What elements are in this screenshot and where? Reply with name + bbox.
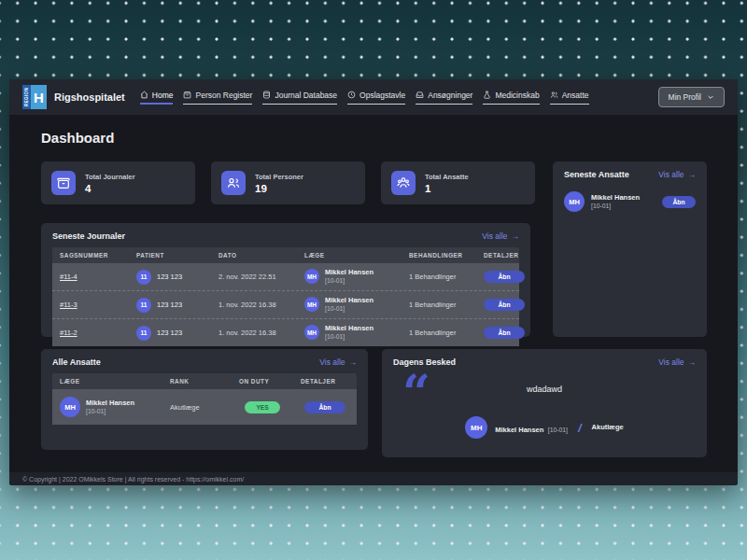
stat-label: Total Ansatte [425, 173, 469, 181]
doctor-rank: Akutlæge [170, 403, 239, 412]
desktop-background: { "header": { "logo_region": "REGION", "… [0, 0, 747, 560]
nav-item-ansatte[interactable]: Ansatte [550, 91, 589, 105]
patient-avatar: 11 [136, 326, 151, 341]
open-button[interactable]: Åbn [662, 196, 696, 208]
message-text: wdadawd [382, 385, 707, 394]
stat-value: 4 [85, 183, 135, 194]
col-detaljer: Detaljer [301, 378, 349, 385]
employee-name: Mikkel Hansen [591, 193, 640, 203]
quote-icon: “ [402, 373, 430, 413]
logo-region-text: REGION [22, 85, 31, 109]
case-number-link[interactable]: #11-2 [60, 329, 136, 337]
inbox-icon [416, 91, 424, 99]
panel-title: Alle Ansatte [52, 357, 101, 367]
col-behandlinger: Behandlinger [409, 252, 484, 259]
doctor-name: Mikkel Hansen [325, 268, 374, 277]
nav-item-home[interactable]: Home [140, 91, 174, 105]
region-h-logo: REGION H [22, 85, 47, 109]
arrow-right-icon: → [688, 170, 697, 179]
open-button[interactable]: Åbn [484, 327, 525, 339]
case-number-link[interactable]: #11-4 [60, 273, 136, 281]
view-all-link[interactable]: Vis alle → [658, 357, 696, 367]
col-on-duty: On Duty [239, 378, 301, 385]
panel-title: Seneste Ansatte [564, 170, 629, 179]
nav-label: Ansatte [562, 91, 589, 100]
page-title: Dashboard [41, 130, 114, 146]
treatments-count: 1 Behandlinger [409, 329, 484, 337]
col-laege: Læge [60, 378, 170, 385]
patient-number: 123 123 [157, 301, 182, 309]
open-button[interactable]: Åbn [484, 271, 525, 283]
doctor-code: [10-01] [325, 277, 374, 286]
nav-label: Ansøgninger [428, 91, 472, 100]
author-name: Mikkel Hansen [495, 426, 543, 434]
table-header-row: Læge Rank On Duty Detaljer [52, 373, 357, 389]
on-duty-badge: YES [245, 401, 280, 413]
nav-label: Opslagstavle [359, 91, 405, 100]
stats-row: Total Journaler 4 Total Personer 19 To [41, 161, 535, 204]
treatments-count: 1 Behandlinger [409, 301, 484, 309]
stat-card-personer: Total Personer 19 [211, 161, 365, 204]
stat-value: 1 [425, 183, 469, 194]
nav-label: Person Register [195, 91, 252, 100]
avatar: MH [564, 191, 585, 212]
profile-menu-button[interactable]: Min Profil [658, 87, 725, 107]
nav-item-person-register[interactable]: Person Register [183, 91, 252, 105]
nav-label: Journal Database [275, 91, 337, 100]
doctor-avatar: MH [304, 325, 319, 340]
journal-box-icon [56, 175, 71, 190]
panel-seneste-journaler: Seneste Journaler Vis alle → Sagsnummer … [41, 223, 530, 337]
panel-dagens-besked: Dagens Besked Vis alle → “ wdadawd MH Mi… [382, 349, 707, 457]
view-all-link[interactable]: Vis alle → [319, 357, 357, 367]
stat-label: Total Journaler [85, 173, 135, 181]
nav-label: Home [152, 91, 174, 100]
main-content: Dashboard Total Journaler 4 Total Person… [9, 115, 738, 472]
copyright-text: © Copyright | 2022 OMikkels Store | All … [22, 476, 244, 483]
nav-item-journal-database[interactable]: Journal Database [262, 91, 337, 105]
archive-box-icon [183, 91, 191, 99]
brand-name: Rigshospitalet [54, 91, 125, 103]
doctor-code: [10-01] [86, 408, 134, 416]
table-row: MH Mikkel Hansen [10-01] Akutlæge YES Åb… [52, 389, 357, 425]
logo-h-letter: H [31, 85, 47, 109]
patient-avatar: 11 [136, 270, 151, 285]
app-window: REGION H Rigshospitalet Home Person Regi… [9, 79, 738, 485]
col-rank: Rank [170, 378, 239, 385]
view-all-link[interactable]: Vis alle → [658, 170, 696, 179]
message-author: MH Mikkel Hansen [10-01] / Akutlæge [382, 416, 707, 439]
col-dato: Dato [218, 252, 304, 259]
users-icon [550, 91, 558, 99]
author-avatar: MH [465, 416, 487, 439]
col-detaljer: Detaljer [484, 252, 518, 259]
ansatte-list-item: MH Mikkel Hansen [10-01] Åbn [553, 186, 707, 217]
home-icon [140, 91, 148, 99]
arrow-right-icon: → [688, 357, 697, 367]
case-number-link[interactable]: #11-3 [60, 301, 136, 309]
flask-icon [483, 91, 491, 99]
journal-date: 2. nov. 2022 22.51 [218, 273, 304, 281]
employees-table: Læge Rank On Duty Detaljer MH Mikkel Han… [52, 373, 357, 425]
open-button[interactable]: Åbn [304, 401, 345, 413]
patient-number: 123 123 [157, 329, 182, 337]
open-button[interactable]: Åbn [484, 299, 525, 311]
arrow-right-icon: → [349, 357, 358, 367]
col-sagsnummer: Sagsnummer [60, 252, 136, 259]
col-laege: Læge [304, 252, 409, 259]
panel-title: Seneste Journaler [52, 231, 125, 241]
view-all-link[interactable]: Vis alle → [482, 231, 519, 241]
table-row: #11-3 11 123 123 1. nov. 2022 16.38 MH M… [52, 290, 519, 318]
slash-separator: / [578, 421, 582, 435]
employee-code: [10-01] [591, 203, 640, 211]
nav-item-opslagstavle[interactable]: Opslagstavle [347, 91, 405, 105]
doctor-name: Mikkel Hansen [86, 399, 134, 408]
nav-item-medicinskab[interactable]: Medicinskab [483, 91, 539, 105]
nav-item-ansogninger[interactable]: Ansøgninger [416, 91, 472, 105]
panel-alle-ansatte: Alle Ansatte Vis alle → Læge Rank On Dut… [41, 349, 368, 450]
doctor-code: [10-01] [325, 333, 374, 342]
stat-label: Total Personer [255, 173, 303, 181]
app-header: REGION H Rigshospitalet Home Person Regi… [9, 79, 738, 115]
table-row: #11-4 11 123 123 2. nov. 2022 22.51 MH M… [52, 263, 519, 290]
chevron-down-icon [707, 93, 714, 101]
arrow-right-icon: → [512, 231, 520, 241]
stat-card-journaler: Total Journaler 4 [41, 161, 195, 204]
